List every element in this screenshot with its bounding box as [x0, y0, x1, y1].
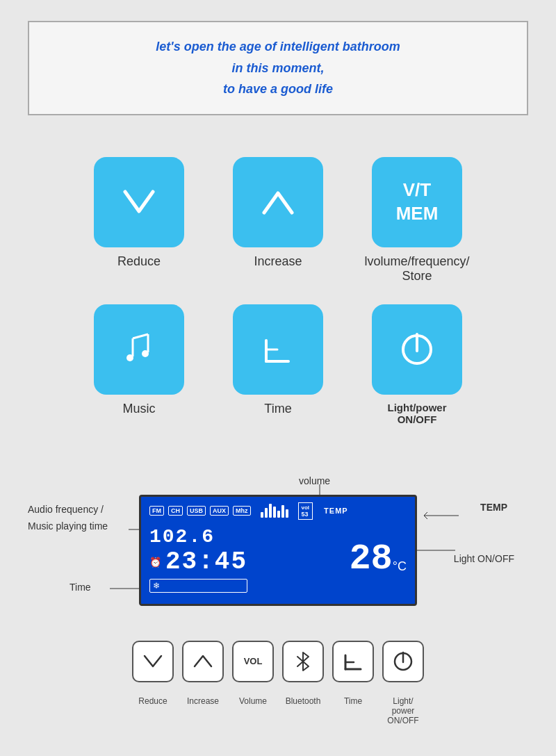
vtmem-label: lvolume/frequency/ Store: [364, 254, 469, 284]
bottom-reduce-label: Reduce: [132, 696, 174, 725]
time-display-label: Time: [70, 582, 91, 593]
music-icon: [120, 330, 158, 368]
lcd-temp-label: TEMP: [324, 507, 348, 515]
lcd-bar-1: [261, 512, 263, 518]
lcd-bottom-section: 102.6 ⏰ 23:45 ❄ 28 °C: [149, 521, 407, 598]
lcd-badge-fm: FM: [149, 506, 164, 516]
temp-arrow: [417, 509, 459, 536]
header-text: let's open the age of intelligent bathro…: [50, 36, 506, 100]
header-line3: to have a good life: [50, 79, 506, 100]
music-btn-item: Music: [90, 304, 188, 425]
bottom-time-icon: [341, 650, 365, 673]
bottom-chevron-up-icon: [193, 652, 213, 670]
vtmem-button[interactable]: V/T MEM: [372, 157, 462, 247]
bottom-increase-label: Increase: [182, 696, 224, 725]
increase-button[interactable]: [233, 157, 323, 247]
reduce-btn-item: Reduce: [90, 157, 188, 284]
lcd-badge-usb: USB: [187, 506, 206, 516]
lcd-freq-display: 102.6: [149, 526, 247, 548]
audio-freq-text: Audio frequency /: [28, 502, 108, 518]
lcd-clock-row: ⏰ 23:45: [149, 548, 247, 576]
svg-point-4: [142, 350, 149, 357]
temp-label: TEMP: [480, 502, 507, 513]
lcd-badge-aux: AUX: [210, 506, 229, 516]
power-button[interactable]: [372, 304, 462, 395]
lcd-top-row: FM CH USB AUX Mhz vol 53 TEMP: [149, 502, 407, 520]
bottom-power-icon: [391, 650, 415, 673]
bottom-power-label: Light/ power ON/OFF: [382, 696, 424, 725]
lcd-vol-label: vol: [302, 504, 310, 511]
bluetooth-icon: [295, 650, 311, 673]
lcd-badge-ch: CH: [168, 506, 183, 516]
lcd-temp-value: 28: [349, 541, 392, 577]
power-btn-item: Light/power ON/OFF: [368, 304, 466, 425]
lcd-bar-5: [277, 511, 280, 518]
bottom-volume-button[interactable]: VOL: [232, 641, 274, 682]
vtmem-label-line2: Store: [364, 269, 469, 284]
bottom-vol-icon: VOL: [244, 656, 263, 666]
power-label: Light/power ON/OFF: [368, 402, 466, 425]
bottom-time-label: Time: [332, 696, 374, 725]
bottom-bluetooth-label: Bluetooth: [282, 696, 324, 725]
chevron-up-icon: [257, 185, 299, 220]
increase-label: Increase: [254, 254, 302, 269]
bottom-volume-label: Volume: [232, 696, 274, 725]
music-label: Music: [122, 402, 155, 416]
lcd-bar-3: [269, 504, 272, 518]
reduce-label: Reduce: [117, 254, 161, 269]
button-grid: Reduce Increase V/T MEM lvolume/frequenc…: [90, 157, 466, 425]
vtmem-label-line1: lvolume/frequency/: [364, 254, 469, 269]
lcd-screen: FM CH USB AUX Mhz vol 53 TEMP 10: [139, 495, 417, 606]
chevron-down-icon: [118, 185, 160, 220]
lcd-celsius-symbol: °C: [393, 559, 407, 574]
vtmem-line2: MEM: [396, 202, 439, 226]
bottom-bluetooth-button[interactable]: [282, 641, 324, 682]
lcd-right-section: 28 °C: [349, 541, 407, 577]
music-button[interactable]: [94, 304, 184, 395]
bottom-chevron-down-icon: [142, 652, 163, 670]
vtmem-icon: V/T MEM: [396, 179, 439, 226]
lcd-snowflake-icon: ❄: [149, 579, 247, 593]
lcd-bar-7: [286, 509, 288, 518]
lcd-vol-value: 53: [302, 511, 310, 518]
lcd-equalizer: [261, 504, 288, 518]
vtmem-line1: V/T: [396, 179, 439, 202]
time-icon: [259, 330, 297, 368]
bottom-time-button[interactable]: [332, 641, 374, 682]
lcd-bar-6: [281, 505, 284, 518]
svg-point-3: [126, 354, 133, 361]
lcd-clock-icon: ⏰: [149, 557, 161, 568]
bottom-section: VOL Reduce Increase Volume Bluetooth: [132, 627, 424, 739]
music-playing-text: Music playing time: [28, 518, 108, 535]
lcd-vol-box: vol 53: [298, 502, 313, 520]
bottom-reduce-button[interactable]: [132, 641, 174, 682]
increase-btn-item: Increase: [229, 157, 327, 284]
volume-label: volume: [299, 475, 330, 486]
time-label: Time: [264, 402, 291, 416]
display-section: Audio frequency / Music playing time Tim…: [28, 446, 528, 606]
lcd-bar-2: [265, 508, 268, 518]
light-onoff-label: Light ON/OFF: [454, 553, 514, 564]
lcd-time-display: 23:45: [165, 548, 247, 576]
vtmem-btn-item: V/T MEM lvolume/frequency/ Store: [368, 157, 466, 284]
bottom-increase-button[interactable]: [182, 641, 224, 682]
lcd-left-section: 102.6 ⏰ 23:45 ❄: [149, 526, 247, 593]
reduce-button[interactable]: [94, 157, 184, 247]
bottom-buttons-row: VOL: [132, 641, 424, 682]
header-banner: let's open the age of intelligent bathro…: [28, 21, 528, 115]
bottom-power-button[interactable]: [382, 641, 424, 682]
audio-freq-label: Audio frequency / Music playing time: [28, 502, 108, 535]
header-line2: in this moment,: [50, 58, 506, 79]
header-line1: let's open the age of intelligent bathro…: [50, 36, 506, 58]
lcd-badge-mhz: Mhz: [233, 506, 251, 516]
power-icon: [396, 329, 438, 370]
time-button[interactable]: [233, 304, 323, 395]
bottom-labels-container: Reduce Increase Volume Bluetooth Time Li…: [132, 696, 424, 739]
svg-line-1: [133, 334, 148, 338]
lcd-bar-4: [273, 507, 276, 518]
time-btn-item: Time: [229, 304, 327, 425]
